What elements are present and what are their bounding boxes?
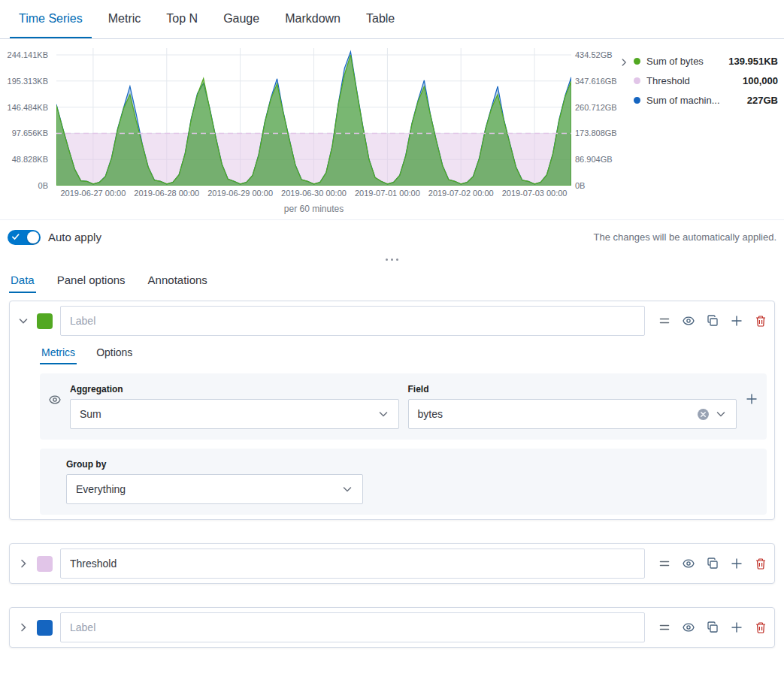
field-label: Field [408, 384, 737, 394]
aggregation-label: Aggregation [70, 384, 399, 394]
axis-tick-label: 2019-06-29 00:00 [199, 189, 282, 198]
clone-icon[interactable] [707, 558, 719, 570]
tab-annotations[interactable]: Annotations [147, 267, 209, 293]
add-series-icon[interactable] [731, 558, 743, 570]
tab-metric[interactable]: Metric [99, 0, 150, 38]
axis-tick-label: 86.904GB [575, 155, 613, 164]
series-label-input[interactable] [60, 612, 645, 642]
series-actions [658, 621, 767, 633]
drag-handle-icon[interactable] [658, 558, 670, 570]
clear-field-icon[interactable] [697, 408, 710, 421]
series-actions [658, 558, 767, 570]
chart-panel: 244.141KB195.313KB146.484KB97.656KB48.82… [0, 39, 784, 219]
x-axis-caption: per 60 minutes [56, 204, 571, 214]
aggregation-select[interactable]: Sum [70, 399, 399, 429]
series-label-input[interactable] [60, 306, 645, 336]
aggregation-value: Sum [80, 408, 101, 420]
tab-data[interactable]: Data [9, 267, 36, 293]
eye-icon[interactable] [683, 621, 695, 633]
legend-label: Sum of machin... [646, 95, 720, 106]
tab-panel-options[interactable]: Panel options [56, 267, 127, 293]
metric-visibility-eye-icon[interactable] [49, 394, 61, 406]
legend-label: Threshold [646, 75, 690, 86]
axis-tick-label: 434.52GB [575, 50, 613, 59]
eye-icon[interactable] [683, 315, 695, 327]
delete-series-icon[interactable] [755, 558, 767, 570]
chevron-down-icon [377, 408, 389, 420]
group-by-row: Group by Everything [40, 449, 767, 515]
check-icon [11, 232, 20, 241]
legend-value: 100,000 [743, 75, 778, 86]
clone-icon[interactable] [707, 621, 719, 633]
series-label-input[interactable] [60, 549, 645, 579]
metric-row: Aggregation Sum Field bytes [40, 373, 767, 440]
axis-tick-label: 2019-06-30 00:00 [273, 189, 356, 198]
group-by-label: Group by [66, 459, 363, 470]
legend-color-dot [634, 97, 640, 104]
auto-apply-toggle[interactable] [8, 230, 41, 245]
visualization-type-tabs: Time Series Metric Top N Gauge Markdown … [0, 0, 784, 39]
chevron-down-icon[interactable] [17, 315, 29, 327]
axis-tick-label: 2019-07-01 00:00 [346, 189, 428, 198]
axis-tick-label: 347.616GB [575, 77, 617, 86]
series-header [17, 306, 767, 336]
chevron-down-icon [341, 483, 353, 495]
series-card [9, 607, 775, 648]
series-color-swatch[interactable] [37, 556, 53, 572]
auto-apply-hint: The changes will be automatically applie… [593, 231, 776, 243]
drag-handle-icon[interactable] [658, 621, 670, 633]
axis-tick-label: 244.141KB [8, 50, 48, 59]
axis-tick-label: 146.484KB [8, 103, 48, 112]
auto-apply-row: Auto apply The changes will be automatic… [0, 219, 784, 254]
eye-icon[interactable] [683, 558, 695, 570]
timeseries-chart[interactable] [56, 48, 571, 186]
legend-item[interactable]: Threshold 100,000 [634, 75, 778, 86]
drag-handle-icon[interactable] [658, 315, 670, 327]
tab-metrics[interactable]: Metrics [40, 342, 77, 364]
series-card: Metrics Options Aggregation Sum [9, 301, 775, 520]
series-header [17, 612, 767, 642]
tab-markdown[interactable]: Markdown [276, 0, 350, 38]
legend-value: 139.951KB [728, 56, 778, 67]
axis-tick-label: 2019-07-02 00:00 [419, 189, 502, 198]
add-metric-plus-icon[interactable] [746, 393, 758, 405]
series-actions [658, 315, 767, 327]
toggle-knob [27, 231, 39, 243]
tab-gauge[interactable]: Gauge [214, 0, 268, 38]
group-by-value: Everything [76, 483, 126, 495]
clone-icon[interactable] [707, 315, 719, 327]
legend-item[interactable]: Sum of bytes 139.951KB [634, 56, 778, 67]
chevron-right-icon[interactable] [17, 621, 29, 633]
field-value: bytes [418, 408, 443, 420]
axis-tick-label: 173.808GB [575, 128, 617, 138]
group-by-select[interactable]: Everything [66, 474, 363, 504]
metrics-section: Aggregation Sum Field bytes [40, 373, 767, 515]
group-by-column: Group by Everything [66, 459, 363, 504]
field-column: Field bytes [408, 384, 737, 429]
series-color-swatch[interactable] [37, 620, 53, 636]
auto-apply-label: Auto apply [48, 231, 101, 243]
chart-legend: Sum of bytes 139.951KB Threshold 100,000… [634, 56, 778, 114]
legend-collapse-chevron-icon[interactable] [619, 57, 629, 68]
delete-series-icon[interactable] [755, 315, 767, 327]
panel-resize-handle[interactable] [0, 254, 784, 264]
tab-top-n[interactable]: Top N [157, 0, 207, 38]
delete-series-icon[interactable] [755, 621, 767, 633]
axis-tick-label: 2019-06-28 00:00 [126, 189, 208, 198]
tsvb-editor: Time Series Metric Top N Gauge Markdown … [0, 0, 784, 674]
series-color-swatch[interactable] [37, 313, 53, 329]
tab-options[interactable]: Options [95, 342, 134, 364]
legend-label: Sum of bytes [646, 56, 704, 67]
series-card [9, 543, 775, 584]
legend-value: 227GB [747, 95, 778, 106]
chevron-right-icon[interactable] [17, 558, 29, 570]
legend-item[interactable]: Sum of machin... 227GB [634, 95, 778, 106]
legend-color-dot [634, 77, 640, 84]
series-list: Metrics Options Aggregation Sum [0, 293, 784, 648]
chevron-down-icon[interactable] [715, 408, 727, 420]
field-combobox[interactable]: bytes [408, 399, 737, 429]
tab-time-series[interactable]: Time Series [10, 0, 92, 38]
add-series-icon[interactable] [731, 315, 743, 327]
tab-table[interactable]: Table [357, 0, 404, 38]
add-series-icon[interactable] [731, 621, 743, 633]
